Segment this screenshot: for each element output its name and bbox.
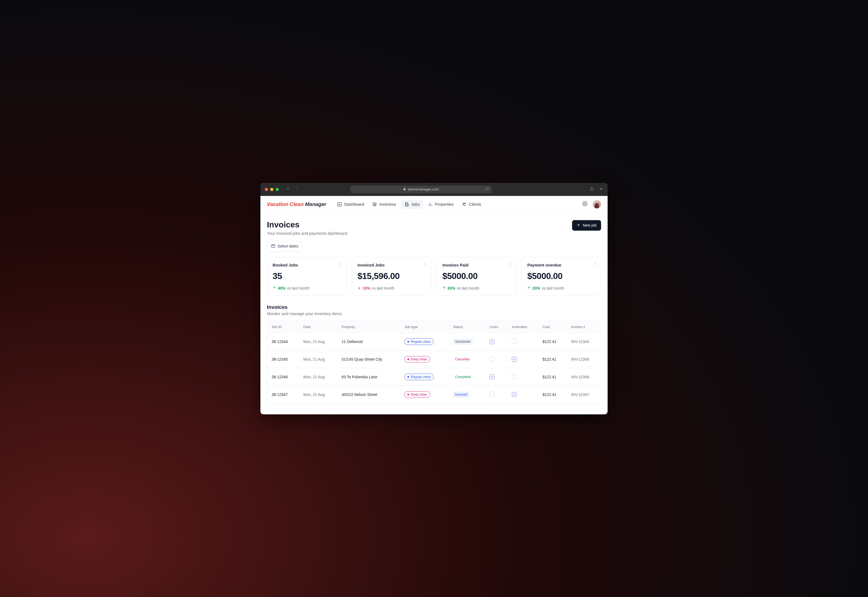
cell-cost: $122.41 bbox=[538, 386, 567, 403]
cell-linen bbox=[485, 368, 507, 386]
svg-point-16 bbox=[340, 263, 341, 264]
stat-trend: 20%vs last month bbox=[442, 286, 511, 290]
page-header: Invoices Your Invoiced jobs and payments… bbox=[267, 220, 601, 236]
brand-logo[interactable]: Vacation Clean Manager bbox=[267, 201, 326, 207]
trend-arrow-icon bbox=[442, 286, 446, 290]
nav-label: Dashboard bbox=[344, 202, 364, 206]
nav-dashboard[interactable]: Dashboard bbox=[334, 200, 367, 209]
brand-rest: Manager bbox=[305, 201, 326, 207]
cell-date: Mon, 21 Aug bbox=[299, 350, 337, 368]
cell-job-type: Deep clean bbox=[400, 350, 449, 368]
new-tab-icon[interactable] bbox=[599, 187, 603, 192]
cell-job-type: Deep clean bbox=[400, 386, 449, 403]
trend-pct: 40% bbox=[278, 286, 285, 290]
stat-value: 35 bbox=[273, 271, 341, 281]
svg-point-21 bbox=[425, 264, 425, 265]
th-amenities: Amenities bbox=[508, 321, 538, 333]
table-row[interactable]: JB-12346Mon, 21 Aug63 Te Puketoka LaneRe… bbox=[267, 368, 601, 386]
card-menu-icon[interactable] bbox=[592, 261, 597, 267]
forward-button[interactable] bbox=[295, 187, 299, 192]
nav-properties[interactable]: Properties bbox=[425, 200, 457, 209]
badge-dot-icon bbox=[407, 341, 409, 343]
amenities-checkbox[interactable] bbox=[512, 339, 517, 343]
date-picker-button[interactable]: Select dates bbox=[267, 241, 302, 251]
linen-checkbox[interactable] bbox=[490, 392, 495, 397]
table-row[interactable]: JB-12347Mon, 21 Aug405/22 Nelson StreetD… bbox=[267, 386, 601, 403]
amenities-checkbox[interactable] bbox=[512, 374, 517, 379]
job-type-badge: Deep clean bbox=[404, 356, 430, 362]
cell-status: Completed bbox=[449, 368, 485, 386]
nav-jobs[interactable]: Jobs bbox=[401, 200, 423, 209]
section-title: Invoices bbox=[267, 304, 601, 310]
linen-checkbox[interactable] bbox=[490, 356, 495, 361]
table-row[interactable]: JB-12344Mon, 21 Aug11 DellwoodRegular cl… bbox=[267, 333, 601, 350]
stat-value: $5000.00 bbox=[442, 271, 511, 281]
refresh-icon[interactable] bbox=[485, 187, 489, 192]
nav-inventory[interactable]: Inventory bbox=[369, 200, 399, 209]
stat-label: Invoices Paid bbox=[442, 263, 511, 267]
trend-arrow-icon bbox=[527, 286, 531, 290]
cell-job-id: JB-12344 bbox=[267, 333, 299, 350]
new-job-button[interactable]: New job bbox=[572, 220, 601, 231]
trend-arrow-icon bbox=[357, 286, 361, 290]
cell-date: Mon, 21 Aug bbox=[299, 333, 337, 350]
cell-cost: $122.41 bbox=[538, 350, 567, 368]
cell-status: Invoiced bbox=[449, 386, 485, 403]
stat-trend: 10%vs last month bbox=[357, 286, 426, 290]
linen-checkbox[interactable] bbox=[490, 374, 495, 379]
job-type-badge: Deep clean bbox=[404, 391, 430, 398]
svg-point-6 bbox=[463, 203, 464, 204]
cell-date: Mon, 21 Aug bbox=[299, 368, 337, 386]
stat-label: Invoiced Jobs bbox=[357, 263, 426, 267]
svg-point-23 bbox=[510, 262, 510, 263]
cell-linen bbox=[485, 386, 507, 403]
th-invoice: Invoice # bbox=[567, 321, 601, 333]
linen-checkbox[interactable] bbox=[490, 339, 495, 344]
cell-job-type: Regular clean bbox=[400, 368, 449, 386]
nav-items: Dashboard Inventory Jobs Properties Clie… bbox=[334, 200, 484, 209]
inventory-icon bbox=[372, 202, 377, 207]
cell-status: Cancelled bbox=[449, 350, 485, 368]
status-badge: Cancelled bbox=[453, 356, 472, 362]
amenities-checkbox[interactable] bbox=[512, 392, 517, 397]
stat-label: Booked Jobs bbox=[273, 263, 341, 267]
svg-point-17 bbox=[340, 264, 341, 265]
url-bar[interactable]: airbnbmanager.com bbox=[351, 186, 492, 193]
cell-cost: $122.41 bbox=[538, 333, 567, 350]
cell-amenities bbox=[508, 350, 538, 368]
dashboard-icon bbox=[337, 202, 342, 207]
th-job-type: Job type bbox=[400, 321, 449, 333]
table-header-row: Job ID Date Property Job type Status Lin… bbox=[267, 321, 601, 333]
top-nav: Vacation Clean Manager Dashboard Invento… bbox=[261, 196, 607, 213]
card-menu-icon[interactable] bbox=[508, 261, 512, 267]
properties-icon bbox=[428, 202, 433, 207]
stat-label: Payment overdue bbox=[527, 263, 595, 267]
maximize-window-button[interactable] bbox=[276, 188, 279, 191]
traffic-lights bbox=[265, 188, 279, 191]
svg-rect-11 bbox=[271, 245, 275, 248]
page-subtitle: Your Invoiced jobs and payments dashboar… bbox=[267, 231, 348, 236]
th-cost: Cost bbox=[538, 321, 567, 333]
nav-clients[interactable]: Clients bbox=[458, 200, 484, 209]
close-window-button[interactable] bbox=[265, 188, 268, 191]
trend-arrow-icon bbox=[273, 286, 276, 290]
brand-accent: Vacation Clean bbox=[267, 201, 304, 207]
amenities-checkbox[interactable] bbox=[512, 357, 517, 362]
minimize-window-button[interactable] bbox=[270, 188, 273, 191]
table-row[interactable]: JB-12345Mon, 21 Aug51/145 Quay Street Ci… bbox=[267, 350, 601, 368]
new-job-label: New job bbox=[583, 223, 597, 227]
trend-vs: vs last month bbox=[457, 286, 479, 290]
avatar[interactable] bbox=[592, 200, 601, 209]
stat-card: Booked Jobs3540%vs last month bbox=[267, 257, 347, 296]
share-icon[interactable] bbox=[590, 187, 594, 192]
settings-icon[interactable] bbox=[582, 201, 588, 207]
status-badge: Invoiced bbox=[453, 392, 470, 398]
stat-card: Payment overdue$5000.0020%vs last month bbox=[521, 257, 601, 296]
card-menu-icon[interactable] bbox=[338, 261, 342, 267]
cell-invoice: INV-12344 bbox=[567, 333, 601, 350]
card-menu-icon[interactable] bbox=[423, 261, 427, 267]
back-button[interactable] bbox=[286, 187, 290, 192]
page-content: Invoices Your Invoiced jobs and payments… bbox=[261, 213, 607, 414]
svg-point-7 bbox=[465, 203, 466, 204]
stat-value: $5000.00 bbox=[527, 271, 595, 281]
